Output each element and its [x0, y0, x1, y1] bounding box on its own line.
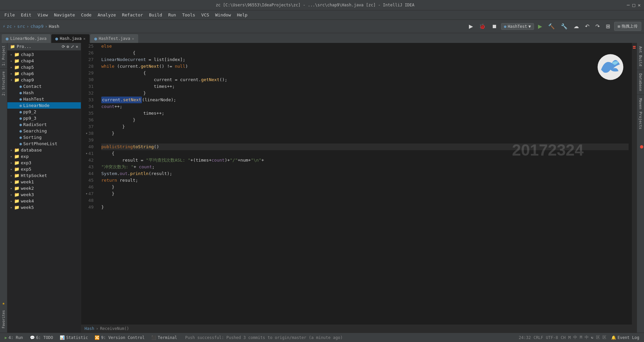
- tree-item-week5[interactable]: ▸📁week5: [7, 204, 81, 211]
- tree-item-database[interactable]: ▸📁database: [7, 147, 81, 153]
- maven-panel[interactable]: Maven Projects: [637, 95, 644, 133]
- menu-item-refactor[interactable]: Refactor: [119, 11, 146, 18]
- status-bar: ▶ 4: Run 💬 6: TODO 📊 Statistic 🔀 9: Vers…: [0, 333, 644, 342]
- menu-item-navigate[interactable]: Navigate: [51, 11, 78, 18]
- tree-item-hash[interactable]: ●Hash: [7, 90, 81, 96]
- window-controls: ─ □ ✕: [627, 2, 641, 8]
- toolbar-stop-btn[interactable]: ⏹: [490, 22, 499, 31]
- menu-item-file[interactable]: File: [2, 11, 17, 18]
- tree-item-pp9_2[interactable]: ●pp9_2: [7, 109, 81, 115]
- ant-build-panel[interactable]: Ant Build: [637, 43, 644, 70]
- tab-close-1[interactable]: ✕: [83, 37, 86, 41]
- line-num-43: 43: [83, 164, 96, 170]
- code-line-45: return result;: [101, 177, 629, 184]
- tree-item-exp[interactable]: ▸📁exp: [7, 153, 81, 160]
- structure-tab[interactable]: 2: Structure: [1, 69, 6, 98]
- close-panel-icon[interactable]: ✕: [76, 44, 78, 49]
- event-log-status[interactable]: 🔔 Event Log: [609, 335, 641, 341]
- code-line-30: current = current.getNext();: [101, 76, 629, 83]
- breadcrumb-zc[interactable]: zc: [7, 24, 12, 29]
- tree-item-httpsocket[interactable]: ▸📁HttpSocket: [7, 172, 81, 179]
- status-message: Push successful: Pushed 3 commits to ori…: [185, 335, 343, 340]
- tree-item-exp5[interactable]: ▸📁exp5: [7, 166, 81, 172]
- tree-item-searching[interactable]: ●Searching: [7, 128, 81, 134]
- toolbar-debug-btn[interactable]: 🐞: [477, 22, 488, 31]
- sync-icon[interactable]: ⟳: [62, 44, 65, 49]
- tree-item-contact[interactable]: ●Contact: [7, 83, 81, 90]
- tab-hashjava[interactable]: ●Hash.java✕: [51, 34, 90, 43]
- tree-item-linearnode[interactable]: ●LinearNode: [7, 102, 81, 109]
- tree-item-chap4[interactable]: ▸📁chap4: [7, 58, 81, 64]
- toolbar-run-btn[interactable]: ▶: [467, 22, 475, 31]
- menu-item-run[interactable]: Run: [165, 11, 178, 18]
- database-panel[interactable]: Database: [637, 70, 644, 95]
- line-num-32: 32: [83, 90, 96, 97]
- expand-icon[interactable]: ⤢: [71, 44, 74, 49]
- project-tab[interactable]: 1: Project: [1, 43, 6, 68]
- toolbar-undo-btn[interactable]: ↶: [583, 22, 591, 31]
- statistic-status[interactable]: 📊 Statistic: [58, 335, 90, 341]
- tab-linearnodejava[interactable]: ●LinearNode.java: [2, 34, 51, 43]
- tree-item-pp9_3[interactable]: ●pp9_3: [7, 115, 81, 121]
- tree-item-chap6[interactable]: ▸📁chap6: [7, 70, 81, 77]
- close-button[interactable]: ✕: [638, 2, 641, 8]
- run-status[interactable]: ▶ 4: Run: [3, 335, 25, 341]
- menu-item-code[interactable]: Code: [78, 11, 94, 18]
- project-tree: ▸📁chap3▸📁chap4▸📁chap5▸📁chap6▾📁chap9●Cont…: [7, 51, 81, 333]
- line-num-29: 29: [83, 70, 96, 76]
- menu-item-edit[interactable]: Edit: [18, 11, 34, 18]
- tree-item-chap9[interactable]: ▾📁chap9: [7, 77, 81, 83]
- tree-item-week3[interactable]: ▸📁week3: [7, 191, 81, 198]
- run-config[interactable]: ● HashTest ▼: [501, 23, 534, 30]
- code-line-31: times++;: [101, 83, 629, 90]
- line-num-47: ▾47: [83, 190, 96, 197]
- toolbar-redo-btn[interactable]: ↷: [593, 22, 602, 31]
- tree-item-chap3[interactable]: ▸📁chap3: [7, 51, 81, 58]
- toolbar-btn3[interactable]: 🔧: [559, 22, 570, 31]
- menu-item-tools[interactable]: Tools: [179, 11, 198, 18]
- toolbar-run-green-btn[interactable]: ▶: [536, 22, 544, 31]
- menu-item-view[interactable]: View: [35, 11, 51, 18]
- minimize-button[interactable]: ─: [627, 2, 630, 8]
- breadcrumb-chap9[interactable]: chap9: [31, 24, 44, 29]
- tree-item-week1[interactable]: ▸📁week1: [7, 179, 81, 185]
- line-num-27: 27: [83, 56, 96, 63]
- menu-item-help[interactable]: Help: [234, 11, 250, 18]
- tab-hashtestjava[interactable]: ●HashTest.java✕: [90, 34, 138, 43]
- run-config-arrow: ▼: [529, 24, 531, 29]
- breadcrumb-hash[interactable]: Hash: [49, 24, 59, 29]
- menu-item-window[interactable]: Window: [213, 11, 234, 18]
- toolbar-layout-btn[interactable]: ⊞: [604, 22, 612, 31]
- menu-item-build[interactable]: Build: [146, 11, 165, 18]
- menu-item-analyze[interactable]: Analyze: [95, 11, 119, 18]
- tree-item-radixsort[interactable]: ●RadixSort: [7, 121, 81, 128]
- code-line-46: }: [101, 184, 629, 190]
- tree-item-hashtest[interactable]: ●HashTest: [7, 96, 81, 102]
- tree-item-exp3[interactable]: ▸📁exp3: [7, 160, 81, 166]
- tree-item-chap5[interactable]: ▸📁chap5: [7, 64, 81, 70]
- menu-item-vcs[interactable]: VCS: [199, 11, 212, 18]
- toolbar-btn4[interactable]: ☁: [572, 22, 581, 31]
- line-num-38: ▾38: [83, 130, 96, 137]
- tab-close-2[interactable]: ✕: [132, 37, 134, 41]
- tree-item-sorting[interactable]: ●Sorting: [7, 134, 81, 140]
- favorites-label[interactable]: Favorites: [1, 307, 6, 331]
- maximize-button[interactable]: □: [632, 2, 635, 8]
- project-icon: 📁: [10, 44, 15, 49]
- tree-item-week2[interactable]: ▸📁week2: [7, 185, 81, 191]
- upload-button[interactable]: ⊞ 拖拽上传: [614, 22, 641, 31]
- breadcrumb-src[interactable]: src: [17, 24, 25, 29]
- todo-status[interactable]: 💬 6: TODO: [28, 335, 55, 341]
- favorites-tab[interactable]: ★: [1, 299, 5, 307]
- code-lines[interactable]: else { LinearNode current = list[index];…: [98, 43, 632, 325]
- menu-bar: FileEditViewNavigateCodeAnalyzeRefactorB…: [0, 10, 644, 19]
- version-control-status[interactable]: 🔀 9: Version Control: [93, 335, 147, 341]
- code-line-28: while (current.getNext() != null): [101, 63, 629, 70]
- code-line-35: times++;: [101, 110, 629, 117]
- settings-icon[interactable]: ⚙: [67, 44, 69, 49]
- terminal-status[interactable]: ⬛ Terminal: [149, 335, 179, 341]
- tree-item-sortphonelist[interactable]: ●SortPhoneList: [7, 140, 81, 147]
- toolbar-btn2[interactable]: 🔨: [546, 22, 557, 31]
- tree-item-week4[interactable]: ▸📁week4: [7, 198, 81, 204]
- code-container[interactable]: 25262728293031323334353637▾383940▾414243…: [81, 43, 632, 325]
